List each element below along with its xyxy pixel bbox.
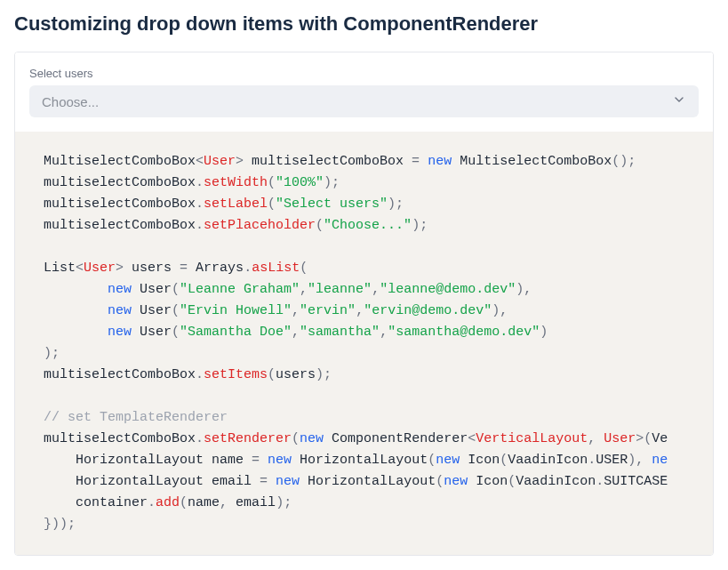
page-title: Customizing drop down items with Compone… [14,12,714,36]
combo-placeholder: Choose... [42,94,99,109]
page: Customizing drop down items with Compone… [0,0,728,570]
code-snippet: MultiselectComboBox<User> multiselectCom… [15,132,713,555]
multiselect-combobox[interactable]: Choose... [29,85,699,117]
combo-field-wrapper: Select users Choose... [15,52,713,132]
demo-card: Select users Choose... MultiselectComboB… [14,52,714,556]
combo-label: Select users [29,67,699,80]
chevron-down-icon [672,92,686,110]
code-content: MultiselectComboBox<User> multiselectCom… [15,151,713,535]
